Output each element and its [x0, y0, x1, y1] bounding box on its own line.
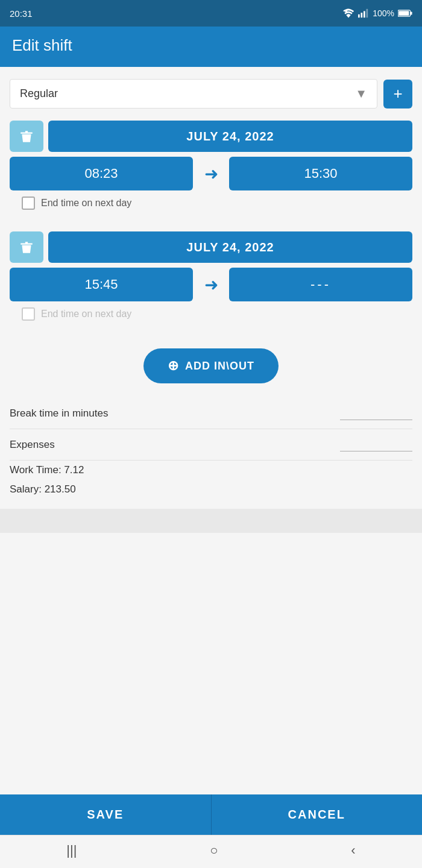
next-day-checkbox-1[interactable]: [22, 197, 35, 210]
home-icon[interactable]: ○: [210, 843, 218, 858]
battery-icon: [398, 9, 412, 17]
shift-2-date-label: JULY 24, 2022: [186, 241, 274, 254]
status-right: 100%: [342, 8, 412, 18]
shift-type-row: Regular ▼ +: [10, 79, 412, 108]
shift-block-2: JULY 24, 2022 15:45 ➜ --- End time on ne…: [10, 231, 412, 330]
next-day-label-2: End time on next day: [41, 309, 131, 319]
break-time-row: Break time in minutes: [10, 398, 412, 429]
delete-shift-2-button[interactable]: [10, 231, 43, 263]
shift-type-label: Regular: [20, 87, 58, 100]
nav-bar: ||| ○ ‹: [0, 835, 422, 868]
arrow-right-icon-2: ➜: [198, 275, 224, 295]
header: Edit shift: [0, 27, 422, 67]
divider-area: [0, 509, 422, 533]
svg-rect-0: [358, 14, 360, 17]
status-bar: 20:31 100%: [0, 0, 422, 27]
break-time-label: Break time in minutes: [10, 407, 108, 420]
cancel-button[interactable]: CANCEL: [211, 794, 423, 835]
shift-1-end-time-button[interactable]: 15:30: [229, 157, 412, 190]
trash-icon: [19, 128, 34, 144]
shift-type-dropdown[interactable]: Regular ▼: [10, 79, 377, 108]
shift-1-date-label: JULY 24, 2022: [186, 130, 274, 143]
battery-label: 100%: [373, 8, 394, 18]
delete-shift-1-button[interactable]: [10, 121, 43, 152]
svg-rect-3: [367, 9, 368, 17]
next-day-row-1: End time on next day: [22, 197, 412, 210]
back-icon[interactable]: ‹: [351, 843, 355, 858]
date-row-2: JULY 24, 2022: [10, 231, 412, 263]
main-content: Regular ▼ + JULY 24, 2022 08:23 ➜ 15:30: [0, 67, 422, 794]
time-row-1: 08:23 ➜ 15:30: [10, 157, 412, 190]
status-time: 20:31: [10, 8, 33, 19]
svg-rect-6: [411, 11, 412, 14]
chevron-down-icon: ▼: [355, 87, 367, 101]
shift-2-end-time: ---: [310, 277, 331, 292]
next-day-label-1: End time on next day: [41, 198, 131, 209]
salary-text: Salary: 213.50: [10, 483, 76, 495]
date-row-1: JULY 24, 2022: [10, 121, 412, 152]
add-inout-button[interactable]: ⊕ ADD IN\OUT: [143, 348, 279, 383]
break-time-input[interactable]: [340, 406, 412, 420]
expenses-label: Expenses: [10, 439, 55, 451]
shift-1-end-time: 15:30: [304, 166, 337, 181]
trash-icon-2: [19, 239, 34, 255]
work-time-row: Work Time: 7.12: [10, 461, 412, 480]
wifi-icon: [342, 8, 354, 18]
shift-1-date-button[interactable]: JULY 24, 2022: [48, 121, 412, 152]
next-day-row-2: End time on next day: [22, 307, 412, 321]
shift-2-end-time-button[interactable]: ---: [229, 268, 412, 301]
expenses-row: Expenses: [10, 429, 412, 461]
add-inout-container: ⊕ ADD IN\OUT: [10, 342, 412, 398]
save-button[interactable]: SAVE: [0, 794, 211, 835]
shift-block-1: JULY 24, 2022 08:23 ➜ 15:30 End time on …: [10, 121, 412, 219]
signal-icon: [358, 8, 369, 18]
salary-row: Salary: 213.50: [10, 480, 412, 499]
expenses-input[interactable]: [340, 438, 412, 451]
shift-1-start-time-button[interactable]: 08:23: [10, 157, 193, 190]
recent-apps-icon[interactable]: |||: [66, 843, 77, 858]
arrow-right-icon: ➜: [198, 164, 224, 184]
svg-rect-2: [364, 11, 365, 17]
circle-plus-icon: ⊕: [168, 358, 179, 374]
shift-1-start-time: 08:23: [84, 166, 118, 181]
shift-2-date-button[interactable]: JULY 24, 2022: [48, 231, 412, 263]
work-time-text: Work Time: 7.12: [10, 464, 84, 476]
next-day-checkbox-2[interactable]: [22, 307, 35, 321]
add-shift-button[interactable]: +: [383, 80, 412, 108]
time-row-2: 15:45 ➜ ---: [10, 268, 412, 301]
bottom-buttons: SAVE CANCEL: [0, 794, 422, 835]
svg-rect-5: [398, 11, 409, 16]
shift-2-start-time: 15:45: [84, 277, 118, 292]
add-inout-label: ADD IN\OUT: [185, 360, 254, 373]
page-title: Edit shift: [12, 36, 410, 55]
svg-rect-1: [361, 13, 363, 17]
shift-2-start-time-button[interactable]: 15:45: [10, 268, 193, 301]
